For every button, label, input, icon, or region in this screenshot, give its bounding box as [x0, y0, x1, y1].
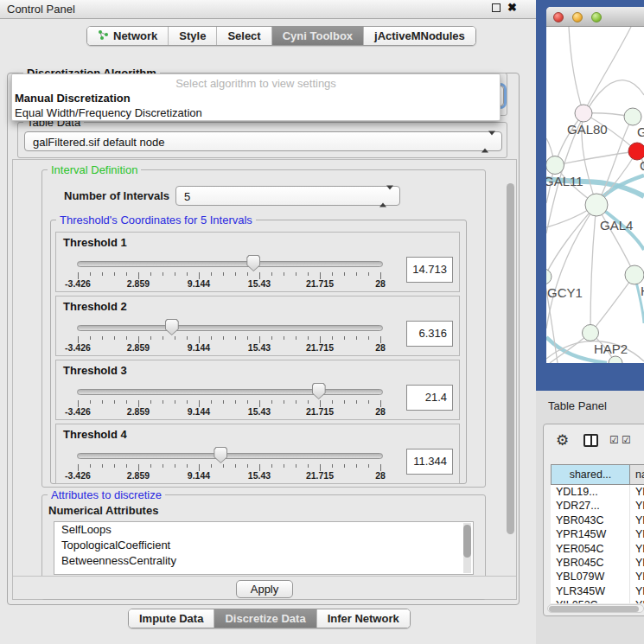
node-c[interactable] [628, 143, 644, 160]
list-scrollbar-track[interactable] [463, 523, 471, 573]
tab-select[interactable]: Select [217, 27, 271, 45]
node-unlabeled[interactable] [609, 356, 622, 363]
tab-infer-network[interactable]: Infer Network [317, 609, 410, 628]
slider-thumb[interactable] [246, 255, 260, 271]
node-gal80[interactable] [575, 105, 592, 122]
column-header-name[interactable]: na [630, 464, 644, 485]
ruler-tick [284, 272, 284, 276]
close-traffic-light-icon[interactable] [553, 12, 564, 22]
list-item-topologicalcoefficient[interactable]: TopologicalCoefficient [54, 538, 473, 553]
split-pane-icon[interactable] [583, 434, 598, 447]
table-data-combobox[interactable]: galFiltered.sif default node [24, 131, 502, 151]
apply-button[interactable]: Apply [236, 580, 293, 598]
float-window-icon[interactable] [492, 3, 501, 12]
cell-name[interactable]: YDR2 [630, 499, 644, 513]
cell-shared-name[interactable]: YIL052C [551, 598, 630, 603]
list-item-selfloops[interactable]: SelfLoops [54, 522, 473, 538]
cell-shared-name[interactable]: YBL079W [551, 570, 630, 583]
cell-shared-name[interactable]: YBR045C [551, 556, 630, 570]
cell-name[interactable]: YLR3 [630, 584, 644, 598]
dropdown-item-equal-width-frequency[interactable]: Equal Width/Frequency Discretization [15, 106, 202, 119]
threshold-value-field[interactable]: 14.713 [406, 257, 453, 283]
top-tabs: NetworkStyleSelectCyni ToolboxjActiveMNo… [86, 26, 476, 46]
node-hap2[interactable] [583, 325, 599, 341]
node-gal4[interactable] [585, 194, 608, 216]
cell-name[interactable]: YBR0 [630, 556, 644, 570]
horizontal-scrollbar-thumb[interactable] [549, 606, 639, 612]
tab-style[interactable]: Style [169, 27, 217, 45]
num-intervals-combobox[interactable]: 5 [175, 186, 400, 206]
network-window-titlebar[interactable] [546, 7, 644, 27]
ruler-tick [187, 400, 188, 404]
node-gcy1[interactable] [546, 269, 552, 284]
zoom-traffic-light-icon[interactable] [591, 12, 602, 22]
ruler-tick [114, 272, 115, 276]
interval-definition-title: Interval Definition [48, 163, 141, 176]
slider-track[interactable] [77, 325, 383, 331]
cell-shared-name[interactable]: YLR345W [551, 584, 630, 598]
table-row[interactable]: YBR043CYBR0 [551, 513, 644, 527]
network-canvas[interactable]: GAL80GCGAL11GAL4GCY1HHAP2 [546, 7, 644, 363]
table-row[interactable]: YER054CYER0 [551, 542, 644, 556]
cell-name[interactable]: YBL0 [630, 570, 644, 583]
dropdown-item-manual-discretization[interactable]: Manual Discretization [15, 92, 131, 105]
ruler-tick [150, 272, 151, 276]
tab-impute-data[interactable]: Impute Data [129, 609, 214, 628]
threshold-value-field[interactable]: 11.344 [406, 449, 453, 475]
tab-label: Discretize Data [225, 612, 305, 625]
threshold-value-field[interactable]: 6.316 [406, 321, 453, 347]
gear-icon[interactable]: ⚙ [556, 431, 569, 450]
cell-shared-name[interactable]: YBR043C [551, 513, 630, 527]
horizontal-scrollbar-track[interactable] [547, 604, 644, 613]
cell-name[interactable]: YPR1 [630, 527, 644, 541]
checkbox-icon[interactable]: ☑ [622, 434, 631, 446]
scale-label: 28 [375, 342, 386, 353]
ruler-tick [175, 400, 175, 404]
cell-name[interactable]: YIL0 [630, 598, 644, 603]
cell-shared-name[interactable]: YPR145W [551, 527, 630, 541]
tab-discretize-data[interactable]: Discretize Data [214, 609, 316, 628]
table-row[interactable]: YLR345WYLR3 [551, 584, 644, 598]
node-h[interactable] [625, 265, 644, 284]
scale-label: 21.715 [306, 406, 334, 417]
slider-ruler [78, 336, 380, 344]
cell-shared-name[interactable]: YER054C [551, 542, 630, 556]
list-scrollbar-thumb[interactable] [463, 525, 471, 558]
table-row[interactable]: YBL079WYBL0 [551, 570, 644, 583]
table-row[interactable]: YIL052CYIL0 [551, 598, 644, 603]
slider-thumb-face [166, 320, 178, 335]
threshold-value-field[interactable]: 21.4 [406, 385, 453, 411]
slider-thumb[interactable] [165, 319, 179, 335]
node-g[interactable] [624, 108, 641, 125]
tab-cyni-toolbox[interactable]: Cyni Toolbox [272, 27, 364, 45]
ruler-tick [150, 336, 151, 340]
checkbox-icon[interactable]: ☑ [609, 434, 619, 446]
slider-thumb[interactable] [312, 383, 326, 399]
minimize-traffic-light-icon[interactable] [572, 12, 583, 22]
cell-name[interactable]: YER0 [630, 542, 644, 556]
table-row[interactable]: YPR145WYPR1 [551, 527, 644, 541]
ruler-tick [187, 272, 188, 276]
slider-track[interactable] [77, 453, 383, 459]
cell-shared-name[interactable]: YDL19... [551, 485, 630, 499]
slider-track[interactable] [77, 261, 383, 267]
ruler-tick [284, 400, 284, 404]
table-row[interactable]: YBR045CYBR0 [551, 556, 644, 570]
tab-network[interactable]: Network [87, 27, 169, 45]
tab-jactivemnodules[interactable]: jActiveMNodules [364, 27, 475, 45]
close-icon[interactable]: ✖ [507, 3, 517, 12]
table-row[interactable]: YDL19...YDL1 [551, 485, 644, 499]
ruler-tick [223, 464, 224, 468]
node-gal11[interactable] [546, 156, 564, 175]
ruler-tick [114, 464, 115, 468]
slider-track[interactable] [77, 389, 383, 395]
cell-shared-name[interactable]: YDR27... [551, 499, 630, 513]
vertical-scrollbar[interactable] [507, 183, 514, 534]
tab-label: Select [227, 29, 260, 42]
cell-name[interactable]: YDL1 [630, 485, 644, 499]
column-header-shared-name[interactable]: shared... [551, 464, 630, 485]
list-item-betweennesscentrality[interactable]: BetweennessCentrality [54, 553, 473, 569]
cell-name[interactable]: YBR0 [630, 513, 644, 527]
slider-thumb[interactable] [214, 447, 227, 463]
table-row[interactable]: YDR27...YDR2 [551, 499, 644, 513]
